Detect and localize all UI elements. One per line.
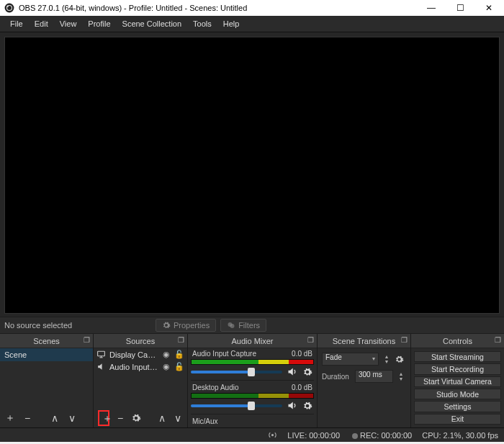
- mixer-channel: Audio Input Capture 0.0 dB: [191, 350, 314, 377]
- menubar: File Edit View Profile Scene Collection …: [0, 16, 504, 32]
- source-up-button[interactable]: ∧: [157, 412, 167, 424]
- close-button[interactable]: ✕: [481, 3, 497, 13]
- start-virtual-camera-button[interactable]: Start Virtual Camera: [414, 376, 501, 387]
- duration-input[interactable]: 300 ms: [355, 370, 393, 383]
- cpu-status: CPU: 2.1%, 30.00 fps: [422, 431, 498, 440]
- no-source-label: No source selected: [4, 321, 156, 330]
- lock-toggle[interactable]: 🔓: [174, 362, 184, 371]
- mixer-channel: Mic/Aux: [191, 417, 314, 425]
- svg-point-4: [230, 324, 235, 328]
- transition-select[interactable]: Fade ▾: [322, 353, 379, 366]
- window-title: OBS 27.0.1 (64-bit, windows) - Profile: …: [19, 4, 423, 12]
- filters-button: Filters: [220, 319, 266, 332]
- gear-icon: [162, 321, 171, 330]
- add-scene-button[interactable]: ＋: [4, 412, 16, 425]
- channel-db: 0.0 dB: [292, 384, 312, 391]
- popout-icon[interactable]: ❐: [84, 336, 90, 344]
- docks-row: Scenes ❐ Scene ＋ − ∧ ∨ Sources ❐ Display…: [0, 334, 504, 427]
- visibility-toggle[interactable]: ◉: [161, 362, 171, 371]
- properties-button: Properties: [156, 319, 216, 332]
- channel-name: Desktop Audio: [192, 384, 239, 391]
- studio-mode-button[interactable]: Studio Mode: [414, 389, 501, 399]
- transitions-dock: Scene Transitions ❐ Fade ▾ ▲▼ Duration 3…: [318, 334, 411, 427]
- minimize-button[interactable]: —: [423, 3, 439, 13]
- channel-name: Audio Input Capture: [192, 350, 256, 358]
- filters-icon: [227, 321, 235, 330]
- scene-item[interactable]: Scene: [0, 348, 93, 361]
- audio-meter: [191, 359, 314, 365]
- volume-slider[interactable]: [191, 404, 282, 407]
- titlebar: OBS 27.0.1 (64-bit, windows) - Profile: …: [0, 0, 504, 16]
- source-item-display[interactable]: Display Capture ◉ 🔓: [94, 348, 187, 361]
- rec-status: REC: 00:00:00: [360, 431, 412, 440]
- sources-dock: Sources ❐ Display Capture ◉ 🔓 Audio Inpu…: [94, 334, 188, 427]
- rec-dot-icon: [352, 433, 358, 439]
- popout-icon[interactable]: ❐: [178, 336, 184, 344]
- channel-options-button[interactable]: [302, 401, 314, 411]
- remove-scene-button[interactable]: −: [22, 412, 33, 424]
- svg-point-0: [5, 4, 14, 13]
- mixer-dock: Audio Mixer ❐ Audio Input Capture 0.0 dB: [188, 334, 318, 427]
- menu-view[interactable]: View: [54, 19, 83, 28]
- maximize-button[interactable]: ☐: [452, 3, 468, 13]
- scene-up-button[interactable]: ∧: [49, 412, 60, 424]
- source-down-button[interactable]: ∨: [173, 412, 183, 424]
- settings-button[interactable]: Settings: [414, 401, 501, 412]
- svg-point-2: [7, 6, 9, 7]
- scenes-dock: Scenes ❐ Scene ＋ − ∧ ∨: [0, 334, 94, 427]
- mixer-channel: Desktop Audio 0.0 dB: [191, 384, 314, 411]
- menu-edit[interactable]: Edit: [29, 19, 54, 28]
- remove-source-button[interactable]: −: [115, 412, 125, 424]
- popout-icon[interactable]: ❐: [401, 336, 408, 344]
- channel-name: Mic/Aux: [192, 417, 218, 425]
- transition-settings-button[interactable]: [395, 355, 406, 364]
- controls-header[interactable]: Controls ❐: [411, 334, 504, 348]
- menu-tools[interactable]: Tools: [187, 19, 217, 28]
- menu-help[interactable]: Help: [217, 19, 246, 28]
- source-status-row: No source selected Properties Filters: [0, 317, 504, 334]
- audio-meter: [191, 393, 314, 399]
- mute-button[interactable]: [287, 366, 298, 377]
- volume-slider[interactable]: [191, 371, 282, 373]
- channel-db: 0.0 dB: [292, 350, 312, 358]
- visibility-toggle[interactable]: ◉: [161, 350, 171, 359]
- chevron-down-icon: ▾: [372, 355, 375, 362]
- mixer-header[interactable]: Audio Mixer ❐: [188, 334, 317, 348]
- mute-button[interactable]: [287, 400, 298, 411]
- scene-down-button[interactable]: ∨: [66, 412, 78, 424]
- sources-header[interactable]: Sources ❐: [94, 334, 187, 348]
- start-recording-button[interactable]: Start Recording: [414, 363, 501, 374]
- start-streaming-button[interactable]: Start Streaming: [414, 351, 501, 362]
- monitor-icon: [96, 350, 107, 359]
- source-item-audio[interactable]: Audio Input Captu ◉ 🔓: [94, 361, 187, 373]
- live-status: LIVE: 00:00:00: [287, 431, 340, 440]
- add-source-button[interactable]: ＋: [98, 410, 109, 426]
- menu-file[interactable]: File: [4, 19, 29, 28]
- menu-profile[interactable]: Profile: [82, 19, 116, 28]
- duration-spinbox[interactable]: ▲▼: [396, 371, 406, 381]
- controls-dock: Controls ❐ Start Streaming Start Recordi…: [411, 334, 504, 427]
- popout-icon[interactable]: ❐: [307, 336, 314, 344]
- statusbar: LIVE: 00:00:00 REC: 00:00:00 CPU: 2.1%, …: [0, 427, 504, 442]
- obs-logo-icon: [4, 3, 14, 13]
- source-settings-button[interactable]: [131, 413, 141, 423]
- exit-button[interactable]: Exit: [414, 414, 501, 425]
- sources-controls: ＋ − ∧ ∨: [94, 409, 187, 427]
- preview-canvas[interactable]: [4, 37, 500, 314]
- lock-toggle[interactable]: 🔓: [174, 350, 184, 359]
- broadcast-icon: [268, 430, 277, 440]
- scenes-header[interactable]: Scenes ❐: [0, 334, 93, 348]
- channel-options-button[interactable]: [302, 367, 314, 377]
- transitions-header[interactable]: Scene Transitions ❐: [318, 334, 410, 348]
- svg-point-8: [272, 434, 274, 435]
- svg-rect-5: [98, 351, 105, 356]
- speaker-icon: [96, 362, 107, 371]
- transition-spinbox[interactable]: ▲▼: [382, 354, 392, 364]
- duration-label: Duration: [322, 373, 352, 381]
- menu-scene-collection[interactable]: Scene Collection: [117, 19, 188, 28]
- preview-area: [0, 32, 504, 317]
- popout-icon[interactable]: ❐: [495, 336, 501, 344]
- scenes-controls: ＋ − ∧ ∨: [0, 409, 93, 427]
